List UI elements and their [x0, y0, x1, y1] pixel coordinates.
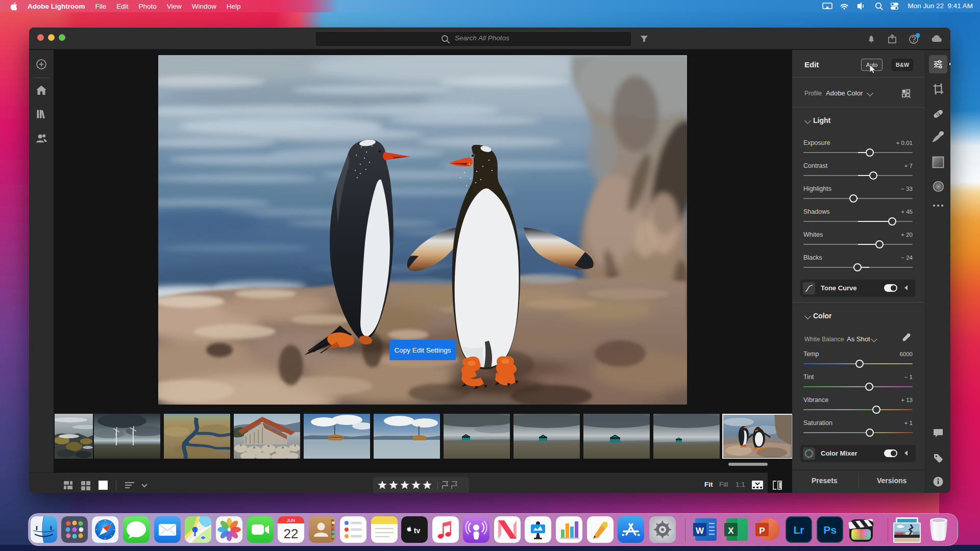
svg-text:JUN: JUN [287, 518, 296, 523]
svg-text:W: W [696, 526, 704, 536]
svg-text:Lr: Lr [794, 524, 804, 536]
svg-text:Ps: Ps [823, 524, 837, 536]
svg-text:tv: tv [414, 527, 421, 535]
svg-text:22: 22 [284, 526, 299, 541]
svg-text:P: P [759, 526, 765, 536]
svg-text:X: X [728, 526, 734, 536]
